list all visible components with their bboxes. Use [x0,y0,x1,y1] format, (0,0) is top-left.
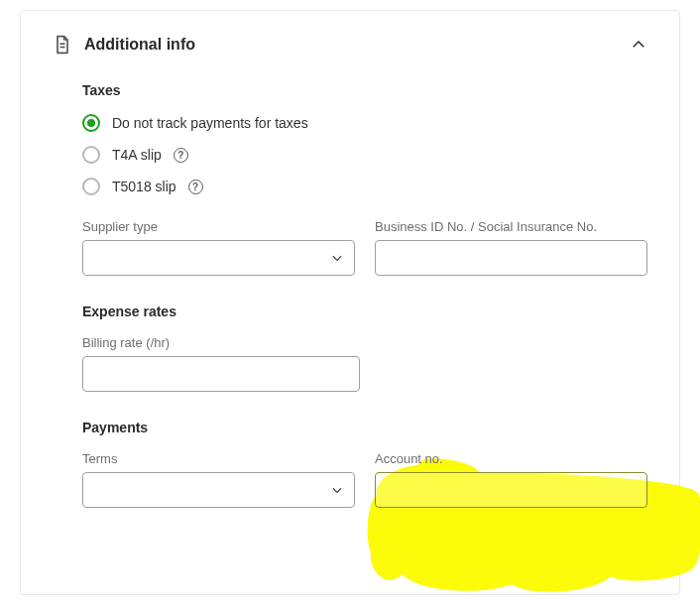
chevron-down-icon [330,251,344,265]
account-no-input[interactable] [375,472,647,508]
expense-rates-section: Expense rates Billing rate (/hr) [53,304,647,392]
radio-indicator-icon [82,178,100,195]
collapse-chevron-icon[interactable] [630,36,647,54]
account-no-label: Account no. [375,451,647,466]
payments-heading: Payments [82,420,647,435]
help-icon[interactable]: ? [188,180,203,194]
radio-indicator-icon [82,114,100,132]
business-id-label: Business ID No. / Social Insurance No. [375,219,647,234]
chevron-down-icon [330,483,344,497]
billing-rate-label: Billing rate (/hr) [82,335,360,350]
radio-label: T5018 slip [112,179,176,194]
billing-rate-field: Billing rate (/hr) [82,335,360,392]
payments-section: Payments Terms Account no. [53,420,647,508]
radio-label: Do not track payments for taxes [112,115,308,131]
taxes-section: Taxes Do not track payments for taxes T4… [53,82,647,276]
expense-rates-heading: Expense rates [82,304,647,319]
business-id-input[interactable] [375,240,647,276]
account-no-field: Account no. [375,451,647,508]
radio-label: T4A slip [112,147,162,163]
additional-info-panel: Additional info Taxes Do not track payme… [20,10,680,595]
business-id-field: Business ID No. / Social Insurance No. [375,219,647,276]
terms-field: Terms [82,451,355,508]
panel-title: Additional info [84,36,195,54]
radio-t4a-slip[interactable]: T4A slip ? [82,146,647,164]
supplier-type-select[interactable] [82,240,355,276]
supplier-type-field: Supplier type [82,219,355,276]
document-icon [53,35,72,55]
tax-tracking-radio-group: Do not track payments for taxes T4A slip… [82,114,647,195]
terms-label: Terms [82,451,355,466]
taxes-heading: Taxes [82,82,647,98]
radio-indicator-icon [82,146,100,164]
radio-t5018-slip[interactable]: T5018 slip ? [82,178,647,195]
radio-do-not-track[interactable]: Do not track payments for taxes [82,114,647,132]
help-icon[interactable]: ? [174,148,188,163]
terms-select[interactable] [82,472,355,508]
billing-rate-input[interactable] [82,356,360,392]
supplier-type-label: Supplier type [82,219,355,234]
